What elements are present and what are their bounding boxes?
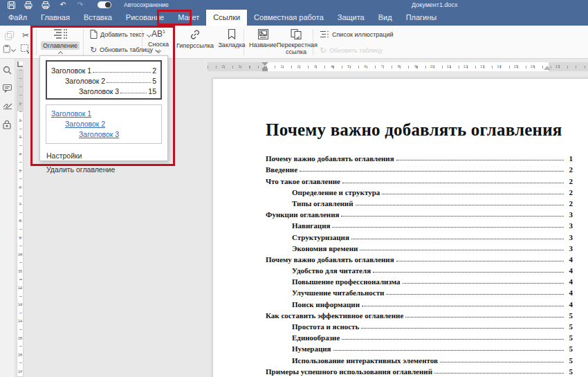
add-text-button[interactable]: Добавить текст [90,30,151,39]
menu-tab[interactable]: Плагины [399,10,444,26]
toc-style-links[interactable]: Заголовок 1 Заголовок 2 Заголовок 3 [46,104,162,144]
toc-leader-dots [382,194,564,194]
caption-button[interactable]: Название [248,29,278,49]
toc-style-numbered[interactable]: Заголовок 1 2 Заголовок 2 5 Заголовок 3 … [46,60,162,100]
toc-entry-text: Экономия времени [292,244,358,252]
protection-lock-icon[interactable] [3,120,12,129]
toc-entry[interactable]: Удобство для читателя 4 [266,264,573,275]
menu-tabs: Файл Главная Вставка Рисование Макет Ссы… [0,10,588,26]
toc-entry[interactable]: Простота и ясность 5 [266,320,573,331]
toc-entry[interactable]: Структуризация 3 [266,230,573,241]
ruler-number: 12 [457,62,474,71]
add-text-label: Добавить текст [100,31,145,38]
ruler-number: 3 [17,129,23,145]
toc-entry-page: 5 [566,344,573,353]
paste-icon[interactable] [3,43,15,55]
toc-leader-dots [332,227,564,228]
menu-tab[interactable]: Файл [1,10,34,26]
ruler-number: 7 [17,196,23,212]
hyperlink-button[interactable]: Гиперссылка [176,29,214,50]
ruler-number: 17 [17,363,23,377]
search-icon[interactable] [3,66,12,75]
print-icon[interactable] [24,1,33,9]
toc-entry[interactable]: Навигация 3 [266,219,573,230]
toc-entry[interactable]: Определение и структура 2 [266,185,573,196]
menu-tab[interactable]: Макет [171,10,206,26]
vertical-ruler[interactable]: 1234567891011121314151617 [17,69,24,377]
right-indent-marker[interactable] [544,66,551,70]
toc-entry-text: Что такое оглавление [266,177,340,185]
toc-remove-item[interactable]: Удалить оглавление [46,163,162,176]
horizontal-ruler-numbers: 12345678910111213141516 [273,62,541,71]
toc-entry-page: 5 [566,367,573,376]
toc-style-link: Заголовок 2 [51,119,156,129]
autosave-toggle[interactable] [98,1,111,8]
ruler-number: 6 [357,62,374,71]
redo-icon[interactable]: ↷ [76,1,84,9]
toc-entry[interactable]: Повышение профессионализма 4 [266,275,573,286]
toc-entry-page: 1 [566,154,573,163]
copy-icon[interactable] [3,29,15,42]
quick-print-icon[interactable] [42,1,50,9]
ruler-number: 4 [17,146,23,163]
tab-selector-corner[interactable] [17,62,23,67]
crossref-button[interactable]: Перекрестная ссылка [278,29,314,57]
ruler-number: 1 [17,95,23,112]
menu-tab[interactable]: Защита [331,10,371,26]
document-page[interactable]: Почему важно добавлять оглавления Почему… [212,78,588,377]
menu-tab[interactable]: Вид [371,10,399,26]
toc-entry[interactable]: Почему важно добавлять оглавления 1 [266,151,573,163]
illustrations-list-button[interactable]: Список иллюстраций [320,30,394,39]
select-icon[interactable] [19,43,32,55]
toc-entry[interactable]: Почему важно добавлять оглавления 4 [266,252,573,264]
toc-entry-text: Введение [266,165,297,174]
menu-tab[interactable]: Совместная работа [247,10,331,26]
toggle-knob [105,2,111,8]
save-icon[interactable] [7,1,15,9]
left-indent-box[interactable] [262,69,268,71]
toc-entry[interactable]: Единообразие 5 [266,331,573,342]
menu-tab[interactable]: Ссылки [206,10,247,26]
ruler-number: 2 [214,62,231,71]
menu-tab[interactable]: Рисование [119,10,171,26]
toc-entry-text: Нумерация [292,344,331,353]
signature-icon[interactable] [3,102,12,111]
horizontal-ruler[interactable]: 21 12345678910111213141516 17 [208,62,588,71]
illustrations-list-icon [320,30,329,39]
toc-entry[interactable]: Примеры успешного использования оглавлен… [266,365,573,376]
ruler-number: 8 [390,62,407,71]
toc-settings-item[interactable]: Настройки [46,149,162,163]
toc-entry[interactable]: Типы оглавлений 2 [266,196,573,208]
undo-icon[interactable]: ↶ [59,1,67,9]
toc-button[interactable]: Оглавление [40,28,80,55]
toc-leader-dots [342,183,564,183]
toc-entry[interactable]: Нумерация 5 [266,342,573,353]
toc-entry-text: Простота и ясность [292,322,359,331]
menu-tab[interactable]: Вставка [77,10,119,26]
footnote-button[interactable]: AB1 Сноска [145,29,172,53]
ruler-number: 2 [17,112,23,129]
toc-entry[interactable]: Как составить эффективное оглавление 5 [266,309,573,320]
toc-leader-dots [403,283,564,284]
toc-entry-text: Использование интерактивных элементов [292,356,438,365]
cut-icon[interactable]: ✂ [19,29,32,42]
document-title: Документ1.docx [412,1,457,8]
toc-entry[interactable]: Экономия времени 3 [266,241,573,252]
comments-icon[interactable] [3,84,12,93]
bookmark-button[interactable]: Закладка [217,29,247,49]
toc-entry[interactable]: Использование интерактивных элементов 5 [266,353,573,364]
clipboard-group: ✂ [1,28,36,56]
toc-leader-dots [356,205,564,205]
ruler-number: 13 [17,296,23,313]
toc-icon [53,28,67,40]
menu-tab[interactable]: Главная [34,10,77,26]
toc-entry[interactable]: Функции оглавления 3 [266,208,573,219]
ruler-number: 17 [549,62,566,71]
toc-entry[interactable]: Введение 2 [266,163,573,174]
toc-entry[interactable]: Поиск информации 4 [266,297,573,308]
toc-entry[interactable]: Что такое оглавление 2 [266,174,573,185]
toc-entry-text: Определение и структура [292,188,380,196]
toc-entry[interactable]: Улучшение читабельности 4 [266,286,573,297]
toc-leader-dots [362,306,564,306]
toc-entry-page: 3 [566,244,573,252]
